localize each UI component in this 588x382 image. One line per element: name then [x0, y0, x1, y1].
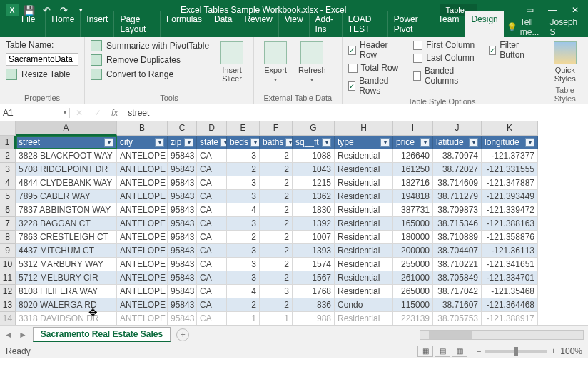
row-header[interactable]: 1 — [0, 136, 16, 149]
summarize-pivot-button[interactable]: Summarize with PivotTable — [91, 40, 209, 51]
add-sheet-button[interactable]: + — [176, 328, 189, 341]
tab-design[interactable]: Design — [465, 11, 503, 37]
cell[interactable]: CA — [197, 190, 227, 203]
table-header-cell[interactable]: beds▾ — [227, 136, 260, 149]
cell[interactable]: 38.705849 — [433, 271, 482, 285]
column-header[interactable]: E — [227, 121, 260, 136]
cell[interactable]: -121.347887 — [482, 176, 538, 190]
table-header-cell[interactable]: state▾ — [197, 136, 227, 149]
cell[interactable]: 38.704407 — [433, 244, 482, 258]
cell[interactable]: ANTELOPE — [117, 163, 168, 176]
cell[interactable]: 3 — [260, 285, 293, 298]
tell-me[interactable]: 💡 Tell me... — [507, 17, 550, 37]
cell[interactable]: ANTELOPE — [117, 217, 168, 231]
enter-icon[interactable]: ✓ — [88, 108, 107, 118]
cell[interactable]: Residential — [335, 271, 393, 285]
cell[interactable]: ANTELOPE — [117, 190, 168, 203]
cell[interactable]: -121.36113 — [482, 244, 538, 258]
cell[interactable]: ANTELOPE — [117, 244, 168, 258]
cell[interactable]: CA — [197, 285, 227, 298]
cell[interactable]: 387731 — [393, 203, 433, 217]
cell[interactable]: 165000 — [393, 217, 433, 231]
total-row-checkbox[interactable]: Total Row — [348, 63, 401, 73]
cell[interactable]: -121.334701 — [482, 271, 538, 285]
row-header[interactable]: 11 — [0, 271, 16, 285]
cell[interactable]: Residential — [335, 244, 393, 258]
cell[interactable]: Condo — [335, 298, 393, 312]
cell[interactable]: 2 — [260, 298, 293, 312]
cell[interactable]: Residential — [335, 163, 393, 176]
cell[interactable]: 115000 — [393, 298, 433, 312]
tab-review[interactable]: Review — [238, 11, 278, 37]
tab-home[interactable]: Home — [46, 11, 81, 37]
cell[interactable]: 1392 — [293, 217, 335, 231]
cell[interactable]: 2 — [260, 271, 293, 285]
cell[interactable]: 988 — [293, 312, 335, 326]
cell[interactable]: 2 — [227, 298, 260, 312]
tab-data[interactable]: Data — [208, 11, 238, 37]
cell[interactable]: 3 — [227, 149, 260, 163]
cell[interactable]: CA — [197, 163, 227, 176]
cell[interactable]: 7895 CABER WAY — [16, 190, 117, 203]
column-header[interactable]: C — [168, 121, 197, 136]
cell[interactable]: 3828 BLACKFOOT WAY — [16, 149, 117, 163]
cell[interactable]: Residential — [335, 217, 393, 231]
cell[interactable]: ANTELOPE — [117, 271, 168, 285]
table-header-cell[interactable]: baths▾ — [260, 136, 293, 149]
cell[interactable]: 95843 — [168, 217, 197, 231]
cell[interactable]: ANTELOPE — [117, 312, 168, 326]
cell[interactable]: 1 — [260, 312, 293, 326]
cell[interactable]: 2 — [260, 217, 293, 231]
cell[interactable]: Residential — [335, 190, 393, 203]
cell[interactable]: 1567 — [293, 271, 335, 285]
tab-insert[interactable]: Insert — [81, 11, 114, 37]
tab-power-pivot[interactable]: Power Pivot — [388, 11, 432, 37]
cell[interactable]: 4437 MITCHUM CT — [16, 244, 117, 258]
cell[interactable]: 2 — [260, 203, 293, 217]
cell[interactable]: CA — [197, 176, 227, 190]
row-header[interactable]: 7 — [0, 217, 16, 231]
filter-icon[interactable]: ▾ — [525, 138, 534, 147]
cell[interactable]: 2 — [260, 231, 293, 244]
convert-range-button[interactable]: Convert to Range — [91, 69, 209, 80]
table-header-cell[interactable]: street▾ — [16, 136, 117, 149]
table-header-cell[interactable]: zip▾ — [168, 136, 197, 149]
cell[interactable]: 126640 — [393, 149, 433, 163]
cell[interactable]: 180000 — [393, 231, 433, 244]
cell[interactable]: 2 — [260, 244, 293, 258]
cell[interactable]: 38.714609 — [433, 176, 482, 190]
ribbon-display-icon[interactable]: ▭ — [519, 5, 539, 15]
table-header-cell[interactable]: latitude▾ — [433, 136, 482, 149]
cell[interactable]: ANTELOPE — [117, 298, 168, 312]
filter-icon[interactable]: ▾ — [155, 138, 164, 147]
header-row-checkbox[interactable]: ✓Header Row — [348, 40, 401, 60]
fx-icon[interactable]: fx — [107, 108, 122, 118]
cell[interactable]: 182716 — [393, 176, 433, 190]
cell[interactable]: 4 — [227, 203, 260, 217]
cell[interactable]: Residential — [335, 203, 393, 217]
cell[interactable]: -121.388917 — [482, 312, 538, 326]
cell[interactable]: 95843 — [168, 231, 197, 244]
cell[interactable]: CA — [197, 271, 227, 285]
cell[interactable]: -121.35468 — [482, 285, 538, 298]
cell[interactable]: 1088 — [293, 149, 335, 163]
cell[interactable]: 836 — [293, 298, 335, 312]
filter-icon[interactable]: ▾ — [420, 138, 430, 147]
column-header[interactable]: D — [197, 121, 227, 136]
grid[interactable]: ABCDEFGHIJK1street▾city▾zip▾state▾beds▾b… — [0, 121, 588, 326]
cell[interactable]: Residential — [335, 231, 393, 244]
cell[interactable]: 95843 — [168, 176, 197, 190]
cell[interactable]: 95843 — [168, 190, 197, 203]
cell[interactable]: CA — [197, 258, 227, 271]
cell[interactable]: -121.37377 — [482, 149, 538, 163]
cell[interactable]: 38.711279 — [433, 190, 482, 203]
cell[interactable]: -121.358876 — [482, 231, 538, 244]
cell[interactable]: -121.388163 — [482, 217, 538, 231]
cell[interactable]: 223139 — [393, 312, 433, 326]
tab-page-layout[interactable]: Page Layout — [114, 11, 161, 37]
cell[interactable]: 38.710221 — [433, 258, 482, 271]
column-header[interactable]: G — [293, 121, 335, 136]
cell[interactable]: 200000 — [393, 244, 433, 258]
cell[interactable]: 95843 — [168, 271, 197, 285]
sheet-tab-active[interactable]: Sacramento Real Estate Sales — [33, 327, 171, 342]
